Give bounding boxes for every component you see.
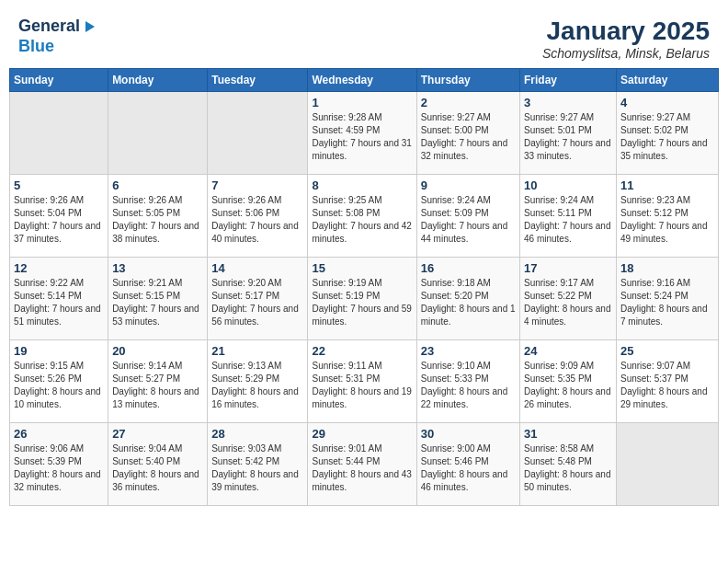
header-cell-thursday: Thursday [416,69,519,92]
logo-blue: Blue [18,37,54,55]
day-info: Sunrise: 9:22 AM Sunset: 5:14 PM Dayligh… [14,277,104,328]
day-info: Sunrise: 9:21 AM Sunset: 5:15 PM Dayligh… [112,277,203,328]
day-info: Sunrise: 9:24 AM Sunset: 5:09 PM Dayligh… [421,194,516,246]
day-cell: 28 Sunrise: 9:03 AM Sunset: 5:42 PM Dayl… [208,423,308,506]
calendar-table: SundayMondayTuesdayWednesdayThursdayFrid… [9,68,719,506]
day-cell: 27 Sunrise: 9:04 AM Sunset: 5:40 PM Dayl… [108,423,208,506]
week-row-1: 1 Sunrise: 9:28 AM Sunset: 4:59 PM Dayli… [10,92,719,175]
week-row-2: 5 Sunrise: 9:26 AM Sunset: 5:04 PM Dayli… [10,175,719,258]
logo-arrow-icon [82,19,97,34]
day-number: 14 [211,261,303,275]
location: Schomyslitsa, Minsk, Belarus [542,46,710,61]
day-cell: 13 Sunrise: 9:21 AM Sunset: 5:15 PM Dayl… [108,258,208,340]
day-info: Sunrise: 9:03 AM Sunset: 5:42 PM Dayligh… [211,442,303,494]
day-info: Sunrise: 8:58 AM Sunset: 5:48 PM Dayligh… [524,442,612,494]
day-number: 5 [14,178,104,192]
day-info: Sunrise: 9:28 AM Sunset: 4:59 PM Dayligh… [312,111,412,163]
day-number: 27 [112,427,203,441]
day-info: Sunrise: 9:16 AM Sunset: 5:24 PM Dayligh… [620,277,714,328]
day-info: Sunrise: 9:20 AM Sunset: 5:17 PM Dayligh… [211,277,303,328]
day-cell: 20 Sunrise: 9:14 AM Sunset: 5:27 PM Dayl… [108,340,208,423]
header-cell-wednesday: Wednesday [308,69,416,92]
day-info: Sunrise: 9:26 AM Sunset: 5:05 PM Dayligh… [112,194,203,246]
week-row-3: 12 Sunrise: 9:22 AM Sunset: 5:14 PM Dayl… [10,258,719,340]
day-cell: 18 Sunrise: 9:16 AM Sunset: 5:24 PM Dayl… [616,258,718,340]
day-info: Sunrise: 9:04 AM Sunset: 5:40 PM Dayligh… [112,442,203,494]
day-cell: 24 Sunrise: 9:09 AM Sunset: 5:35 PM Dayl… [519,340,616,423]
day-cell: 10 Sunrise: 9:24 AM Sunset: 5:11 PM Dayl… [519,175,616,258]
day-number: 17 [524,261,612,275]
header-cell-saturday: Saturday [616,69,718,92]
day-number: 1 [312,96,412,109]
day-info: Sunrise: 9:24 AM Sunset: 5:11 PM Dayligh… [524,194,612,246]
header-cell-monday: Monday [108,69,208,92]
calendar-body: 1 Sunrise: 9:28 AM Sunset: 4:59 PM Dayli… [10,92,719,506]
day-number: 16 [421,261,516,275]
day-cell: 17 Sunrise: 9:17 AM Sunset: 5:22 PM Dayl… [519,258,616,340]
day-info: Sunrise: 9:25 AM Sunset: 5:08 PM Dayligh… [312,194,412,246]
day-info: Sunrise: 9:17 AM Sunset: 5:22 PM Dayligh… [524,277,612,328]
week-row-5: 26 Sunrise: 9:06 AM Sunset: 5:39 PM Dayl… [10,423,719,506]
day-cell: 22 Sunrise: 9:11 AM Sunset: 5:31 PM Dayl… [308,340,416,423]
day-cell: 12 Sunrise: 9:22 AM Sunset: 5:14 PM Dayl… [10,258,108,340]
day-cell: 2 Sunrise: 9:27 AM Sunset: 5:00 PM Dayli… [416,92,519,175]
day-cell: 19 Sunrise: 9:15 AM Sunset: 5:26 PM Dayl… [10,340,108,423]
day-cell [108,92,208,175]
day-info: Sunrise: 9:26 AM Sunset: 5:06 PM Dayligh… [211,194,303,246]
day-cell: 30 Sunrise: 9:00 AM Sunset: 5:46 PM Dayl… [416,423,519,506]
calendar-header: SundayMondayTuesdayWednesdayThursdayFrid… [10,69,719,92]
day-number: 31 [524,427,612,441]
day-info: Sunrise: 9:01 AM Sunset: 5:44 PM Dayligh… [312,442,412,494]
header-cell-tuesday: Tuesday [208,69,308,92]
day-cell: 15 Sunrise: 9:19 AM Sunset: 5:19 PM Dayl… [308,258,416,340]
day-cell: 8 Sunrise: 9:25 AM Sunset: 5:08 PM Dayli… [308,175,416,258]
day-info: Sunrise: 9:27 AM Sunset: 5:02 PM Dayligh… [620,111,714,163]
day-number: 23 [421,344,516,358]
day-cell [208,92,308,175]
day-info: Sunrise: 9:07 AM Sunset: 5:37 PM Dayligh… [620,360,714,411]
day-cell: 16 Sunrise: 9:18 AM Sunset: 5:20 PM Dayl… [416,258,519,340]
day-info: Sunrise: 9:23 AM Sunset: 5:12 PM Dayligh… [620,194,714,246]
day-cell: 6 Sunrise: 9:26 AM Sunset: 5:05 PM Dayli… [108,175,208,258]
header-row: SundayMondayTuesdayWednesdayThursdayFrid… [10,69,719,92]
day-info: Sunrise: 9:09 AM Sunset: 5:35 PM Dayligh… [524,360,612,411]
day-info: Sunrise: 9:26 AM Sunset: 5:04 PM Dayligh… [14,194,104,246]
header-cell-friday: Friday [519,69,616,92]
day-cell: 11 Sunrise: 9:23 AM Sunset: 5:12 PM Dayl… [616,175,718,258]
day-number: 24 [524,344,612,358]
day-number: 19 [14,344,104,358]
day-info: Sunrise: 9:11 AM Sunset: 5:31 PM Dayligh… [312,360,412,411]
title-area: January 2025 Schomyslitsa, Minsk, Belaru… [542,17,710,61]
day-info: Sunrise: 9:06 AM Sunset: 5:39 PM Dayligh… [14,442,104,494]
day-number: 15 [312,261,412,275]
day-cell: 7 Sunrise: 9:26 AM Sunset: 5:06 PM Dayli… [208,175,308,258]
day-info: Sunrise: 9:14 AM Sunset: 5:27 PM Dayligh… [112,360,203,411]
day-info: Sunrise: 9:27 AM Sunset: 5:01 PM Dayligh… [524,111,612,163]
day-cell: 26 Sunrise: 9:06 AM Sunset: 5:39 PM Dayl… [10,423,108,506]
day-cell: 31 Sunrise: 8:58 AM Sunset: 5:48 PM Dayl… [519,423,616,506]
day-number: 2 [421,96,516,109]
day-cell: 5 Sunrise: 9:26 AM Sunset: 5:04 PM Dayli… [10,175,108,258]
logo: General Blue [18,17,97,56]
day-cell: 21 Sunrise: 9:13 AM Sunset: 5:29 PM Dayl… [208,340,308,423]
day-number: 13 [112,261,203,275]
day-cell: 23 Sunrise: 9:10 AM Sunset: 5:33 PM Dayl… [416,340,519,423]
day-number: 30 [421,427,516,441]
week-row-4: 19 Sunrise: 9:15 AM Sunset: 5:26 PM Dayl… [10,340,719,423]
day-cell [616,423,718,506]
day-info: Sunrise: 9:13 AM Sunset: 5:29 PM Dayligh… [211,360,303,411]
day-number: 3 [524,96,612,109]
day-cell: 25 Sunrise: 9:07 AM Sunset: 5:37 PM Dayl… [616,340,718,423]
day-number: 25 [620,344,714,358]
day-number: 6 [112,178,203,192]
svg-marker-0 [85,21,95,32]
day-number: 18 [620,261,714,275]
day-cell: 14 Sunrise: 9:20 AM Sunset: 5:17 PM Dayl… [208,258,308,340]
day-info: Sunrise: 9:19 AM Sunset: 5:19 PM Dayligh… [312,277,412,328]
day-number: 29 [312,427,412,441]
day-number: 9 [421,178,516,192]
day-info: Sunrise: 9:00 AM Sunset: 5:46 PM Dayligh… [421,442,516,494]
page-header: General Blue January 2025 Schomyslitsa, … [9,9,719,68]
day-cell: 9 Sunrise: 9:24 AM Sunset: 5:09 PM Dayli… [416,175,519,258]
day-cell: 4 Sunrise: 9:27 AM Sunset: 5:02 PM Dayli… [616,92,718,175]
